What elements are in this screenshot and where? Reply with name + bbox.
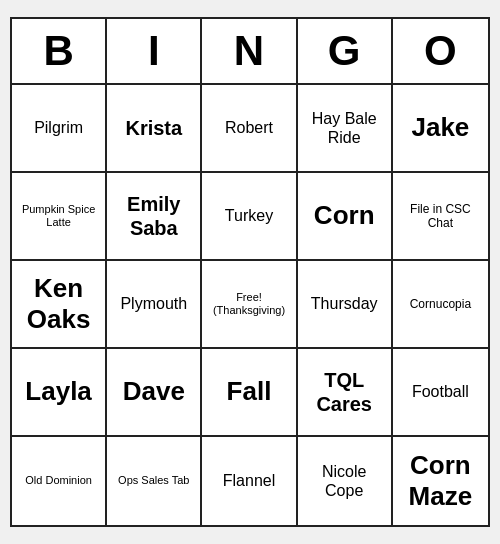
cell-10[interactable]: Ken Oaks — [12, 261, 107, 349]
cell-9[interactable]: File in CSC Chat — [393, 173, 488, 261]
letter-o: O — [393, 19, 488, 83]
letter-g: G — [298, 19, 393, 83]
cell-3[interactable]: Hay Bale Ride — [298, 85, 393, 173]
cell-24[interactable]: Corn Maze — [393, 437, 488, 525]
cell-8[interactable]: Corn — [298, 173, 393, 261]
cell-16[interactable]: Dave — [107, 349, 202, 437]
cell-12[interactable]: Free! (Thanksgiving) — [202, 261, 297, 349]
bingo-card: B I N G O PilgrimKristaRobertHay Bale Ri… — [10, 17, 490, 527]
cell-2[interactable]: Robert — [202, 85, 297, 173]
cell-20[interactable]: Old Dominion — [12, 437, 107, 525]
letter-i: I — [107, 19, 202, 83]
cell-6[interactable]: Emily Saba — [107, 173, 202, 261]
cell-19[interactable]: Football — [393, 349, 488, 437]
cell-4[interactable]: Jake — [393, 85, 488, 173]
cell-22[interactable]: Flannel — [202, 437, 297, 525]
cell-0[interactable]: Pilgrim — [12, 85, 107, 173]
cell-18[interactable]: TQL Cares — [298, 349, 393, 437]
letter-b: B — [12, 19, 107, 83]
cell-17[interactable]: Fall — [202, 349, 297, 437]
cell-1[interactable]: Krista — [107, 85, 202, 173]
bingo-header: B I N G O — [12, 19, 488, 85]
letter-n: N — [202, 19, 297, 83]
cell-5[interactable]: Pumpkin Spice Latte — [12, 173, 107, 261]
cell-13[interactable]: Thursday — [298, 261, 393, 349]
cell-15[interactable]: Layla — [12, 349, 107, 437]
bingo-grid: PilgrimKristaRobertHay Bale RideJakePump… — [12, 85, 488, 525]
cell-14[interactable]: Cornucopia — [393, 261, 488, 349]
cell-23[interactable]: Nicole Cope — [298, 437, 393, 525]
cell-21[interactable]: Ops Sales Tab — [107, 437, 202, 525]
cell-11[interactable]: Plymouth — [107, 261, 202, 349]
cell-7[interactable]: Turkey — [202, 173, 297, 261]
